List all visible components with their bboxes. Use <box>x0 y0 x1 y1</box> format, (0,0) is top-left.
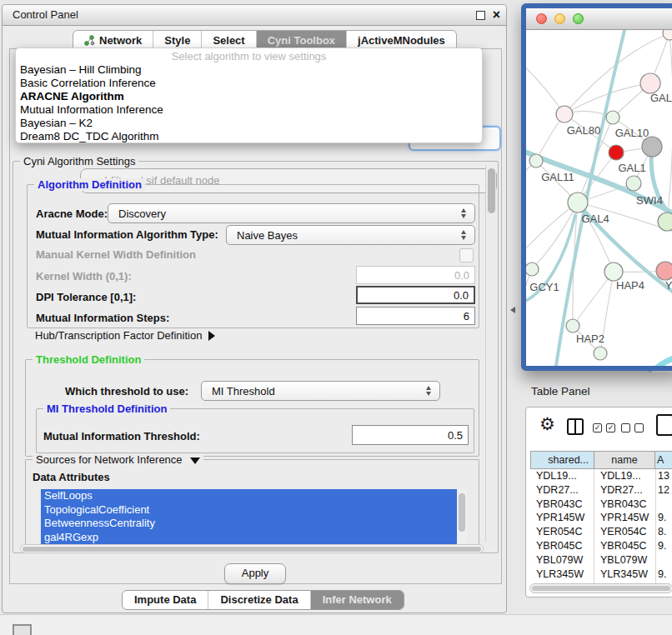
network-node-gal4[interactable] <box>568 192 588 212</box>
algorithm-option-dream8-dc-tdc-algorithm[interactable]: Dream8 DC_TDC Algorithm <box>16 130 482 143</box>
algorithm-option-mutual-information-inference[interactable]: Mutual Information Inference <box>16 103 482 117</box>
hub-definition-expander[interactable]: Hub/Transcription Factor Definition <box>35 329 215 342</box>
unchecked-box-icon <box>621 423 630 432</box>
table-row[interactable]: YBR045CYBR045C9. <box>530 539 672 553</box>
data-attributes-list[interactable]: SelfLoopsTopologicalCoefficientBetweenne… <box>41 489 467 544</box>
column-header-a[interactable]: A <box>654 451 672 469</box>
table-cell: 13 <box>656 469 672 483</box>
network-node-node-top[interactable] <box>663 30 672 40</box>
which-threshold-select[interactable]: MI Threshold <box>201 381 440 401</box>
tab-impute-data[interactable]: Impute Data <box>123 591 208 609</box>
attribute-item-betweennesscentrality[interactable]: BetweennessCentrality <box>41 517 467 531</box>
attribute-item-topologicalcoefficient[interactable]: TopologicalCoefficient <box>41 503 467 518</box>
select-all-checkboxes-icon[interactable]: ✓ ✓ <box>593 423 615 432</box>
network-node-gal10[interactable] <box>606 111 619 124</box>
network-node-gal11[interactable] <box>529 154 543 168</box>
attribute-item-selfloops[interactable]: SelfLoops <box>41 489 467 503</box>
table-cell: YLR345W <box>594 568 656 582</box>
network-node-label: HAP2 <box>576 332 604 345</box>
column-layout-icon[interactable] <box>567 418 584 435</box>
table-cell: YER054C <box>530 525 594 539</box>
sources-title[interactable]: Sources for Network Inference <box>33 453 203 466</box>
network-node-label: GAL80 <box>567 124 600 137</box>
table-row[interactable]: YBR043CYBR043C <box>530 498 672 512</box>
expand-right-icon <box>208 331 215 341</box>
mi-threshold-label: Mutual Information Threshold: <box>43 430 200 442</box>
gear-icon[interactable]: ⚙ <box>539 414 555 434</box>
deselect-all-checkboxes-icon[interactable] <box>621 423 644 432</box>
aracne-mode-label: Aracne Mode: <box>36 208 108 220</box>
algorithm-option-aracne-algorithm[interactable]: ARACNE Algorithm <box>16 90 482 103</box>
network-node-gal1[interactable] <box>626 176 641 191</box>
table-cell: YDL19... <box>594 469 656 483</box>
network-view-window[interactable]: GALGAL80GAL10GAL11GAL1SWI4GAL4GCY1HAP4YH… <box>521 3 672 371</box>
collapse-down-icon <box>190 458 200 464</box>
cyni-bottom-tab-bar: Impute DataDiscretize DataInfer Network <box>122 590 404 610</box>
network-node-y[interactable] <box>656 262 672 280</box>
column-header-shared[interactable]: shared... <box>530 451 594 469</box>
float-window-icon[interactable] <box>476 11 485 20</box>
table-cell: YLR345W <box>530 568 594 582</box>
settings-vertical-scrollbar[interactable] <box>485 165 496 542</box>
application-root: Control Panel × NetworkStyleSelectCyni T… <box>0 0 672 635</box>
network-window-titlebar[interactable] <box>526 8 672 30</box>
manual-kernel-label: Manual Kernel Width Definition <box>36 248 196 261</box>
network-edge-thick <box>648 355 672 366</box>
table-cell <box>656 498 672 512</box>
table-row[interactable]: YDL19...YDL19...13 <box>530 469 672 483</box>
mi-threshold-field[interactable] <box>352 425 469 445</box>
table-cell: YBL079W <box>530 553 594 568</box>
close-icon[interactable]: × <box>493 5 500 25</box>
network-node-label: GAL10 <box>615 127 649 139</box>
network-node-hap4[interactable] <box>604 262 623 281</box>
apply-button[interactable]: Apply <box>224 563 286 584</box>
table-row[interactable]: YBL079WYBL079W <box>530 553 672 568</box>
table-row[interactable]: YPR145WYPR145W9. <box>530 511 672 525</box>
network-graph-canvas[interactable]: GALGAL80GAL10GAL11GAL1SWI4GAL4GCY1HAP4YH… <box>526 30 672 366</box>
algorithm-option-bayesian-hill-climbing[interactable]: Bayesian – Hill Climbing <box>16 63 482 77</box>
network-node-hap2[interactable] <box>566 319 579 332</box>
network-node-label: GAL1 <box>618 162 645 174</box>
tab-infer-network[interactable]: Infer Network <box>311 591 404 609</box>
table-row[interactable]: YLR345WYLR345W9. <box>530 568 672 582</box>
network-node-gal[interactable] <box>640 73 660 93</box>
table-cell: YDL19... <box>530 469 594 483</box>
panel-splitter-collapse-icon[interactable] <box>510 307 515 313</box>
status-bar-strip <box>0 614 672 635</box>
network-node-swi4[interactable] <box>658 212 672 231</box>
table-horizontal-scrollbar[interactable] <box>529 583 672 593</box>
minimize-traffic-light-icon[interactable] <box>554 13 565 24</box>
document-icon[interactable] <box>656 414 672 436</box>
zoom-traffic-light-icon[interactable] <box>573 13 584 24</box>
attribute-item-gal4rgexp[interactable]: gal4RGexp <box>41 531 467 545</box>
mi-algorithm-type-select[interactable]: Naive Bayes <box>226 225 475 245</box>
table-cell: YDR27... <box>594 483 656 498</box>
manual-kernel-checkbox[interactable] <box>459 248 474 262</box>
close-traffic-light-icon[interactable] <box>536 13 547 24</box>
settings-horizontal-scrollbar[interactable] <box>20 544 484 553</box>
which-threshold-label: Which threshold to use: <box>65 385 188 398</box>
mi-steps-label: Mutual Information Steps: <box>36 312 169 324</box>
network-edge <box>573 272 614 326</box>
table-row[interactable]: YDR27...YDR27...12 <box>530 483 672 498</box>
network-node-gcy1[interactable] <box>526 262 539 276</box>
aracne-mode-value: Discovery <box>108 208 457 220</box>
tab-discretize-data[interactable]: Discretize Data <box>208 591 310 609</box>
network-node-node-bottom[interactable] <box>594 347 607 360</box>
network-node-node-red[interactable] <box>609 145 624 160</box>
column-header-name[interactable]: name <box>594 451 655 469</box>
kernel-width-field[interactable] <box>356 266 475 284</box>
attributes-scrollbar[interactable] <box>457 489 467 544</box>
mi-steps-field[interactable] <box>356 307 475 325</box>
network-node-gal80[interactable] <box>556 106 573 122</box>
algorithm-option-bayesian-k2[interactable]: Bayesian – K2 <box>16 117 482 130</box>
control-panel-titlebar[interactable]: Control Panel × <box>3 5 506 26</box>
network-icon <box>84 35 95 46</box>
table-row[interactable]: YER054CYER054C8. <box>530 525 672 539</box>
dock-widget-icon[interactable] <box>13 624 32 635</box>
aracne-mode-select[interactable]: Discovery <box>108 203 475 223</box>
algorithm-option-basic-correlation-inference[interactable]: Basic Correlation Inference <box>16 77 482 90</box>
dpi-tolerance-field[interactable] <box>356 286 475 304</box>
table-cell: YPR145W <box>594 511 656 525</box>
network-node-node-gray[interactable] <box>642 137 662 157</box>
